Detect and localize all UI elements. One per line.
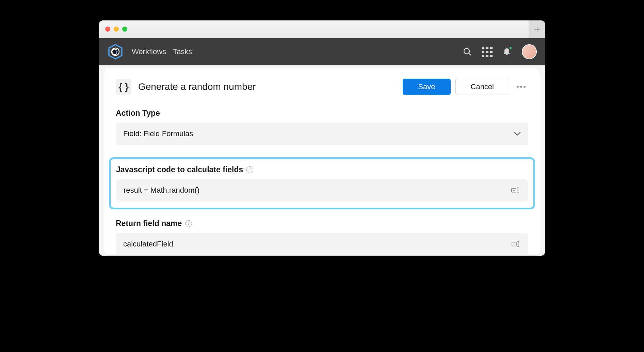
close-window-button[interactable] <box>105 27 110 32</box>
info-icon[interactable]: i <box>246 166 253 173</box>
notifications-button[interactable] <box>502 47 512 57</box>
field-insert-button[interactable] <box>511 187 520 194</box>
ellipsis-icon <box>517 86 519 88</box>
app-header: Workflows Tasks <box>99 38 545 65</box>
chevron-down-icon <box>514 132 521 136</box>
info-icon[interactable]: i <box>185 220 192 227</box>
return-field-input[interactable]: calculatedField <box>116 233 528 255</box>
apps-button[interactable] <box>482 47 492 57</box>
search-icon <box>463 47 472 56</box>
maximize-window-button[interactable] <box>122 27 127 32</box>
content-area: { } Generate a random number Save Cancel… <box>99 65 545 256</box>
apps-grid-icon <box>482 47 493 57</box>
js-code-value: result = Math.random() <box>124 186 199 195</box>
action-type-label: Action Type <box>116 109 528 118</box>
save-button[interactable]: Save <box>403 79 450 95</box>
nav-tasks[interactable]: Tasks <box>173 47 192 56</box>
notification-indicator <box>509 46 512 50</box>
svg-line-4 <box>469 53 471 55</box>
new-tab-button[interactable] <box>529 20 545 38</box>
card-actions: Save Cancel <box>403 79 528 95</box>
logo-icon <box>108 44 123 60</box>
nav-workflows[interactable]: Workflows <box>132 47 166 56</box>
insert-variable-icon <box>511 187 520 194</box>
minimize-window-button[interactable] <box>114 27 119 32</box>
js-code-label: Javascript code to calculate fields i <box>116 165 528 174</box>
header-actions <box>463 44 537 59</box>
plus-icon <box>534 26 540 32</box>
card-header: { } Generate a random number Save Cancel <box>116 79 528 95</box>
app-logo[interactable] <box>107 44 124 60</box>
js-code-section-highlighted: Javascript code to calculate fields i re… <box>109 157 535 209</box>
code-braces-icon: { } <box>116 79 131 95</box>
return-field-label: Return field name i <box>116 219 528 228</box>
search-button[interactable] <box>463 47 472 57</box>
cancel-button[interactable]: Cancel <box>455 79 509 95</box>
insert-variable-icon <box>511 241 521 247</box>
traffic-lights <box>105 27 127 32</box>
window-titlebar <box>99 20 545 38</box>
app-window: Workflows Tasks <box>99 20 545 256</box>
card-title: Generate a random number <box>138 81 396 92</box>
js-code-input[interactable]: result = Math.random() <box>116 179 528 202</box>
action-type-select[interactable]: Field: Field Formulas <box>116 123 528 145</box>
action-card: { } Generate a random number Save Cancel… <box>104 69 540 256</box>
return-field-value: calculatedField <box>123 240 173 249</box>
more-options-button[interactable] <box>514 83 528 91</box>
user-avatar[interactable] <box>522 44 537 59</box>
action-type-value: Field: Field Formulas <box>123 129 193 138</box>
field-insert-button[interactable] <box>511 241 521 247</box>
nav-links: Workflows Tasks <box>132 47 454 56</box>
